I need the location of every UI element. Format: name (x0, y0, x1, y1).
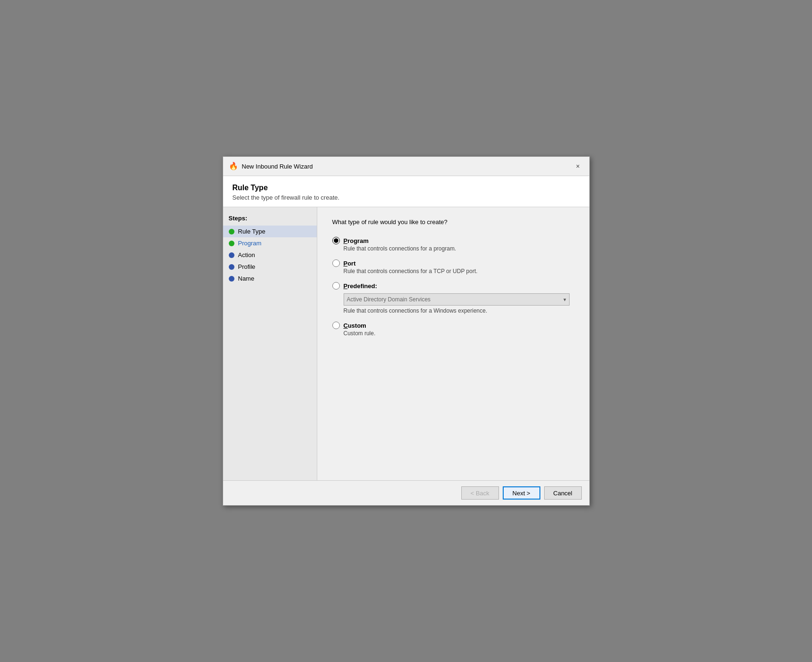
desc-port: Rule that controls connections for a TCP… (344, 268, 574, 274)
predefined-dropdown[interactable]: Active Directory Domain Services ▾ (344, 293, 570, 306)
sidebar-item-rule-type[interactable]: Rule Type (223, 226, 317, 237)
sidebar-item-profile[interactable]: Profile (223, 261, 317, 273)
sidebar-item-action[interactable]: Action (223, 249, 317, 261)
dialog-title: New Inbound Rule Wizard (242, 163, 313, 170)
page-subtitle: Select the type of firewall rule to crea… (233, 194, 580, 201)
option-custom: Custom Custom rule. (332, 322, 574, 337)
steps-label: Steps: (223, 213, 317, 226)
sidebar-item-label: Rule Type (238, 228, 265, 235)
dot-icon (229, 241, 234, 246)
label-program[interactable]: Program (344, 237, 369, 244)
cancel-button[interactable]: Cancel (544, 486, 582, 500)
sidebar-item-label: Name (238, 275, 255, 282)
sidebar-item-program[interactable]: Program (223, 237, 317, 249)
title-bar: 🔥 New Inbound Rule Wizard × (223, 157, 589, 176)
option-program: Program Rule that controls connections f… (332, 237, 574, 252)
label-custom[interactable]: Custom (344, 322, 366, 329)
page-title: Rule Type (233, 184, 580, 192)
sidebar-item-label: Action (238, 251, 255, 258)
radio-custom[interactable] (332, 322, 340, 329)
dot-icon (229, 252, 234, 258)
radio-port[interactable] (332, 259, 340, 267)
label-predefined[interactable]: Predefined: (344, 283, 378, 290)
footer: < Back Next > Cancel (223, 480, 589, 505)
next-button[interactable]: Next > (503, 486, 540, 500)
main-content: What type of rule would you like to crea… (317, 207, 589, 480)
predefined-dropdown-value: Active Directory Domain Services (347, 296, 563, 303)
radio-predefined[interactable] (332, 282, 340, 290)
header-section: Rule Type Select the type of firewall ru… (223, 176, 589, 207)
desc-program: Rule that controls connections for a pro… (344, 245, 574, 252)
main-question: What type of rule would you like to crea… (332, 218, 574, 226)
sidebar-item-name[interactable]: Name (223, 273, 317, 284)
label-port[interactable]: Port (344, 260, 356, 267)
close-button[interactable]: × (572, 161, 584, 172)
option-port: Port Rule that controls connections for … (332, 259, 574, 274)
back-button[interactable]: < Back (461, 486, 499, 500)
sidebar-item-label: Program (238, 240, 262, 247)
chevron-down-icon: ▾ (563, 297, 566, 303)
option-predefined: Predefined: Active Directory Domain Serv… (332, 282, 574, 314)
wizard-icon: 🔥 (229, 161, 238, 171)
sidebar: Steps: Rule Type Program Action Profile … (223, 207, 317, 480)
wizard-dialog: 🔥 New Inbound Rule Wizard × Rule Type Se… (223, 156, 590, 506)
dot-icon (229, 264, 234, 270)
dot-icon (229, 229, 234, 234)
sidebar-item-label: Profile (238, 263, 256, 270)
radio-program[interactable] (332, 237, 340, 244)
rule-type-options: Program Rule that controls connections f… (332, 237, 574, 337)
desc-custom: Custom rule. (344, 330, 574, 337)
body: Steps: Rule Type Program Action Profile … (223, 207, 589, 480)
dot-icon (229, 276, 234, 282)
desc-predefined: Rule that controls connections for a Win… (344, 307, 574, 314)
